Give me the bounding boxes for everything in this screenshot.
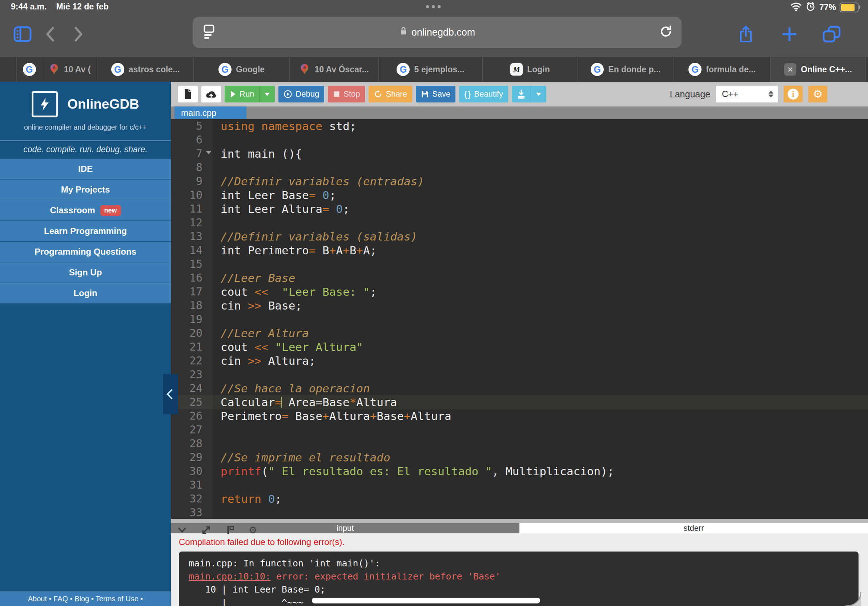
code-text[interactable]: using namespace std; [212,119,868,133]
share-button[interactable]: Share [369,86,412,102]
upload-button[interactable] [202,86,221,102]
file-tab-main-cpp[interactable]: main.cpp [175,107,246,119]
code-text[interactable]: //Leer Altura [212,326,868,340]
line-number[interactable]: 27 [171,423,212,437]
browser-tab-online-c-[interactable]: ×Online C++... [770,57,866,82]
run-options-caret[interactable] [259,86,275,102]
browser-tab-google[interactable]: GGoogle [194,57,290,82]
new-tab-icon[interactable] [781,26,797,43]
code-text[interactable]: //Se hace la operacion [212,382,868,395]
back-icon[interactable] [43,26,57,44]
sidebar-collapse-handle[interactable] [163,374,178,414]
code-text[interactable] [212,423,868,437]
line-number[interactable]: 29 [171,450,212,464]
new-file-button[interactable] [178,86,198,102]
code-text[interactable]: cout << "Leer Altura" [212,340,868,354]
code-text[interactable]: cin >> Altura; [212,354,868,368]
info-button[interactable]: i [784,86,803,102]
browser-tab-10-av-scar-[interactable]: 10 Av Óscar... [290,57,379,82]
fold-arrow-icon[interactable] [206,151,211,155]
sidebar-item-learn-programming[interactable]: Learn Programming [0,221,171,241]
code-text[interactable]: return 0; [212,492,868,506]
code-text[interactable]: int Leer Altura= 0; [212,202,868,216]
sidebar-item-login[interactable]: Login [0,283,171,303]
sidebar-item-sign-up[interactable]: Sign Up [0,262,171,283]
code-text[interactable]: //Definir variables (entradas) [212,175,868,188]
line-number[interactable]: 5 [171,119,212,133]
save-button[interactable]: Save [416,86,456,102]
sidebar-item-classroom[interactable]: Classroomnew [0,200,171,221]
sidebar-item-my-projects[interactable]: My Projects [0,179,171,200]
panel-divider[interactable] [171,519,868,523]
code-text[interactable]: Perimetro= Base+Altura+Base+Altura [212,409,868,423]
language-select[interactable]: C++ [716,86,778,102]
resize-corner-icon[interactable] [845,592,862,606]
settings-button[interactable]: ⚙ [808,86,827,102]
line-number[interactable]: 12 [171,216,212,230]
code-text[interactable]: cout << "Leer Base: "; [212,285,868,298]
line-number[interactable]: 17 [171,285,212,298]
footer-links[interactable]: About • FAQ • Blog • Terms of Use • [0,591,171,606]
code-text[interactable] [212,478,868,492]
line-number[interactable]: 30 [171,464,212,478]
download-button[interactable] [512,86,546,102]
code-text[interactable]: int main (){ [212,147,868,161]
line-number[interactable]: 11 [171,202,212,216]
browser-tab[interactable] [0,57,17,82]
console-scrollbar[interactable] [312,598,540,603]
code-text[interactable] [212,437,868,450]
code-text[interactable] [212,133,868,147]
address-bar[interactable]: onlinegdb.com [193,17,682,48]
close-tab-icon[interactable]: × [784,63,797,76]
line-number[interactable]: 31 [171,478,212,492]
code-text[interactable]: //Se imprime el resultado [212,450,868,464]
line-number[interactable]: 22 [171,354,212,368]
browser-tab-en-donde-p-[interactable]: GEn donde p... [578,57,674,82]
collapse-panel-icon[interactable] [177,525,188,537]
code-text[interactable]: printf(" El resultado es: El resultado "… [212,464,868,478]
share-icon[interactable] [738,25,754,45]
line-number[interactable]: 21 [171,340,212,354]
panel-settings-icon[interactable]: ⚙ [249,525,257,537]
code-text[interactable]: Calcular= Area=Base*Altura [212,395,868,409]
line-number[interactable]: 15 [171,257,212,271]
reload-icon[interactable] [659,24,673,40]
code-editor[interactable]: 5using namespace std;67int main (){89//D… [171,119,868,519]
download-options-caret[interactable] [531,86,546,102]
beautify-button[interactable]: { } Beautify [459,86,508,102]
code-text[interactable] [212,506,868,519]
line-number[interactable]: 33 [171,506,212,519]
line-number[interactable]: 6 [171,133,212,147]
tab-stderr[interactable]: stderr [519,523,868,533]
line-number[interactable]: 7 [171,147,212,161]
line-number[interactable]: 8 [171,161,212,175]
sidebar-item-programming-questions[interactable]: Programming Questions [0,241,171,262]
tabs-overview-icon[interactable] [822,25,841,44]
code-text[interactable]: int Leer Base= 0; [212,188,868,202]
line-number[interactable]: 16 [171,271,212,285]
align-output-icon[interactable] [225,525,236,537]
browser-tab-formula-de-[interactable]: Gformula de... [674,57,770,82]
code-text[interactable] [212,216,868,230]
multitasking-dots[interactable]: ●●● [425,2,443,11]
debug-button[interactable]: Debug [278,86,324,102]
forward-icon[interactable] [71,26,86,44]
code-text[interactable] [212,257,868,271]
line-number[interactable]: 19 [171,312,212,326]
code-text[interactable]: //Leer Base [212,271,868,285]
line-number[interactable]: 14 [171,243,212,257]
code-text[interactable]: int Perimetro= B+A+B+A; [212,243,868,257]
code-text[interactable]: cin >> Base; [212,298,868,312]
line-number[interactable]: 28 [171,437,212,450]
line-number[interactable]: 13 [171,230,212,243]
error-location-link[interactable]: main.cpp:10:10: [189,571,271,582]
line-number[interactable]: 20 [171,326,212,340]
expand-panel-icon[interactable] [201,525,212,537]
stop-button[interactable]: Stop [328,86,365,102]
line-number[interactable]: 10 [171,188,212,202]
browser-tab-5-ejemplos-[interactable]: G5 ejemplos... [379,57,483,82]
sidebar-item-ide[interactable]: IDE [0,158,171,179]
sidebar-toggle-icon[interactable] [13,26,32,44]
run-button[interactable]: Run [225,86,275,102]
code-text[interactable]: //Definir variables (salidas) [212,230,868,243]
